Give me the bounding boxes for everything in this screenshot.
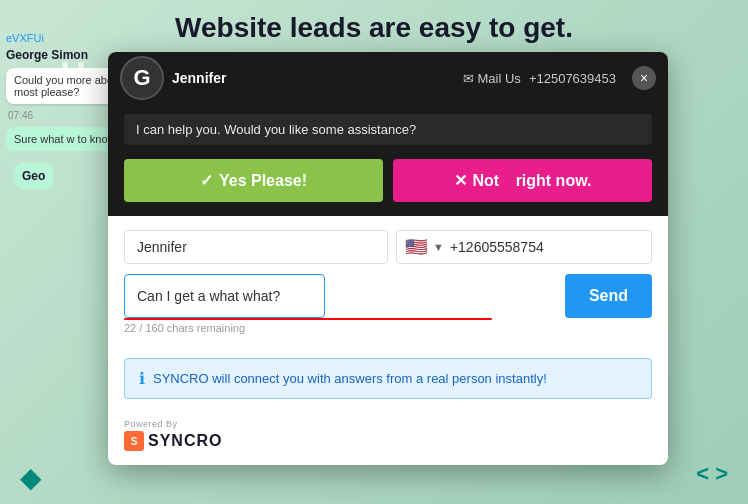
- flag-dropdown[interactable]: ▼: [433, 241, 444, 253]
- diamond-icon: ◆: [20, 461, 42, 494]
- red-underline: [124, 318, 492, 320]
- message-row: Send: [124, 274, 652, 318]
- phone-input[interactable]: [450, 239, 643, 255]
- yes-label: Yes Please!: [219, 172, 307, 190]
- header-phone[interactable]: +12507639453: [529, 71, 616, 86]
- chat-widget: G Jennifer ✉ Mail Us +12507639453 × I ca…: [108, 52, 668, 465]
- no-button[interactable]: ✕ Not right now.: [393, 159, 652, 202]
- check-icon: ✓: [200, 171, 213, 190]
- action-buttons: ✓ Yes Please! ✕ Not right now.: [108, 159, 668, 216]
- syncro-icon: S: [124, 431, 144, 451]
- widget-header: G Jennifer ✉ Mail Us +12507639453 ×: [108, 52, 668, 104]
- syncro-brand: SYNCRO: [148, 432, 222, 450]
- agent-name: Jennifer: [172, 70, 455, 86]
- chat-geo: Geo: [14, 163, 53, 189]
- name-input[interactable]: [124, 230, 388, 264]
- close-button[interactable]: ×: [632, 66, 656, 90]
- assistance-bar: I can help you. Would you like some assi…: [108, 104, 668, 159]
- phone-wrapper: 🇺🇸 ▼: [396, 230, 652, 264]
- mail-us-link[interactable]: ✉ Mail Us: [463, 71, 521, 86]
- form-row-name-phone: 🇺🇸 ▼: [124, 230, 652, 264]
- mail-icon: ✉: [463, 71, 474, 86]
- info-bar: ℹ SYNCRO will connect you with answers f…: [124, 358, 652, 399]
- powered-label: Powered By: [124, 419, 652, 429]
- char-count: 22 / 160 chars remaining: [124, 322, 652, 334]
- avatar: G: [120, 56, 164, 100]
- no-bold: Not: [473, 172, 500, 190]
- x-icon: ✕: [454, 171, 467, 190]
- brackets-icon: < >: [696, 461, 728, 494]
- syncro-logo: S SYNCRO: [124, 431, 652, 451]
- yes-button[interactable]: ✓ Yes Please!: [124, 159, 383, 202]
- info-message: SYNCRO will connect you with answers fro…: [153, 371, 547, 386]
- send-button[interactable]: Send: [565, 274, 652, 318]
- flag-icon: 🇺🇸: [405, 236, 427, 258]
- message-input[interactable]: [124, 274, 325, 318]
- bottom-bar: ◆ < >: [0, 461, 748, 494]
- powered-by: Powered By S SYNCRO: [108, 409, 668, 465]
- chat-link: eVXFUi: [0, 30, 160, 46]
- info-icon: ℹ: [139, 369, 145, 388]
- avatar-container: G: [120, 56, 164, 100]
- form-area: 🇺🇸 ▼ Send 22 / 160 chars remaining: [108, 216, 668, 348]
- assistance-message: I can help you. Would you like some assi…: [124, 114, 652, 145]
